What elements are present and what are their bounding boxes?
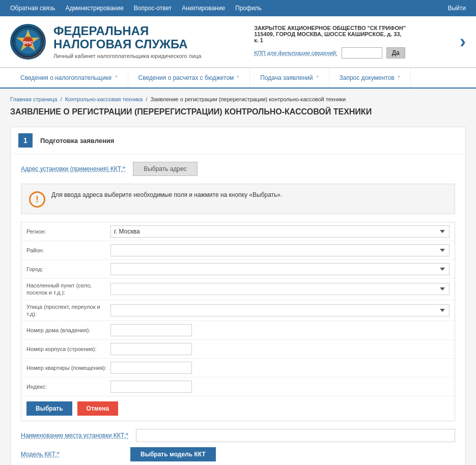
top-nav-links: Обратная связь Администрирование Вопрос-… (10, 5, 262, 12)
address-row: Адрес установки (применения) ККТ:* Выбра… (21, 162, 455, 176)
header-left: ФНС ФЕДЕРАЛЬНАЯНАЛОГОВАЯ СЛУЖБА Личный к… (10, 24, 201, 60)
breadcrumb-home[interactable]: Главная страница (10, 96, 57, 102)
nav-budget-info-label: Сведения о расчетах с бюджетом (138, 74, 234, 81)
step-1-section: 1 Подготовка заявления Адрес установки (… (10, 127, 466, 465)
city-label: Город: (26, 266, 110, 273)
building-field-row: Номер дома (владения): (21, 321, 455, 340)
address-label[interactable]: Адрес установки (применения) ККТ:* (21, 165, 125, 172)
nav-taxpayer-arrow-icon: ˅ (115, 75, 118, 81)
named-place-row: Наименование места установки ККТ:* (21, 429, 455, 442)
index-field-row: Индекс: (21, 377, 455, 396)
street-label: Улица (проспект, переулок и т.д): (26, 303, 110, 318)
nav-submit-applications[interactable]: Подача заявлений ˅ (250, 68, 329, 88)
header-right: ЗАКРЫТОЕ АКЦИОНЕРНОЕ ОБЩЕСТВО "СК ГРИФОН… (254, 25, 407, 59)
corps-label: Номер корпуса (строения): (26, 345, 110, 353)
org-name: ЗАКРЫТОЕ АКЦИОНЕРНОЕ ОБЩЕСТВО "СК ГРИФОН… (254, 25, 407, 43)
nav-survey[interactable]: Анкетирование (182, 5, 225, 12)
apartment-input[interactable] (110, 362, 192, 374)
cancel-button[interactable]: Отмена (77, 401, 119, 416)
select-button[interactable]: Выбрать (26, 401, 72, 416)
apartment-field-row: Номер квартиры (помещения): (21, 359, 455, 377)
corps-field-row: Номер корпуса (строения): (21, 340, 455, 359)
nav-administration[interactable]: Администрирование (65, 5, 123, 12)
step-header: 1 Подготовка заявления (11, 127, 465, 154)
header: ФНС ФЕДЕРАЛЬНАЯНАЛОГОВАЯ СЛУЖБА Личный к… (0, 16, 476, 68)
model-row: Модель ККТ:* Выбрать модель ККТ (21, 447, 455, 461)
header-title: ФЕДЕРАЛЬНАЯНАЛОГОВАЯ СЛУЖБА Личный кабин… (53, 24, 201, 60)
named-place-input[interactable] (136, 429, 455, 442)
street-select[interactable] (110, 304, 450, 316)
logo: ФНС (10, 24, 46, 60)
header-subtitle: Личный кабинет налогоплательщика юридиче… (53, 53, 201, 59)
region-field-row: Регион: г. Москва (21, 222, 455, 241)
info-text: Для ввода адреса выберите необходимые по… (51, 190, 282, 199)
nav-budget-info[interactable]: Сведения о расчетах с бюджетом ˅ (128, 68, 250, 88)
index-input[interactable] (110, 381, 192, 393)
nav-request-documents[interactable]: Запрос документов ˅ (329, 68, 411, 88)
nav-request-arrow-icon: ˅ (398, 75, 400, 81)
street-field-row: Улица (проспект, переулок и т.д): (21, 300, 455, 322)
kpp-input[interactable] (342, 47, 382, 59)
main-content: Главная страница / Контрольно-кассовая т… (0, 89, 476, 465)
form-area: Адрес установки (применения) ККТ:* Выбра… (11, 154, 465, 465)
info-box: ! Для ввода адреса выберите необходимые … (21, 184, 455, 214)
org-title: ФЕДЕРАЛЬНАЯНАЛОГОВАЯ СЛУЖБА (53, 24, 201, 51)
city-select[interactable] (110, 263, 450, 275)
nav-profile[interactable]: Профиль (235, 5, 262, 12)
settlement-label: Населенный пункт (село, поселок и т.д.): (26, 282, 110, 297)
step-number: 1 (18, 133, 33, 148)
nav-feedback[interactable]: Обратная связь (10, 5, 55, 12)
kpp-label[interactable]: КПП для фильтрации сведений: (254, 50, 338, 56)
secondary-navigation: Сведения о налогоплательщике ˅ Сведения … (0, 68, 476, 89)
breadcrumb-current: Заявление о регистрации (перерегистрации… (151, 96, 346, 102)
apartment-label: Номер квартиры (помещения): (26, 364, 110, 371)
address-fields: Регион: г. Москва Район: Город: (21, 222, 455, 421)
page-title: ЗАЯВЛЕНИЕ О РЕГИСТРАЦИИ (ПЕРЕРЕГИСТРАЦИИ… (10, 107, 466, 117)
breadcrumb-kkt[interactable]: Контрольно-кассовая техника (65, 96, 143, 102)
kpp-submit-button[interactable]: Да (386, 47, 405, 59)
district-select[interactable] (110, 244, 450, 256)
corps-input[interactable] (110, 343, 192, 355)
nav-taxpayer-info-label: Сведения о налогоплательщике (20, 74, 112, 81)
address-buttons-row: Выбрать Отмена (21, 396, 455, 421)
city-field-row: Город: (21, 260, 455, 279)
nav-taxpayer-info[interactable]: Сведения о налогоплательщике ˅ (10, 68, 128, 88)
select-address-button[interactable]: Выбрать адрес (133, 162, 198, 176)
district-label: Район: (26, 247, 110, 254)
building-label: Номер дома (владения): (26, 327, 110, 334)
warning-icon: ! (29, 191, 45, 208)
select-model-button[interactable]: Выбрать модель ККТ (130, 447, 216, 461)
top-navigation: Обратная связь Администрирование Вопрос-… (0, 0, 476, 16)
building-input[interactable] (110, 324, 192, 336)
region-label: Регион: (26, 228, 110, 235)
breadcrumb: Главная страница / Контрольно-кассовая т… (10, 96, 466, 102)
region-select[interactable]: г. Москва (110, 225, 450, 238)
nav-qa[interactable]: Вопрос-ответ (134, 5, 172, 12)
nav-request-label: Запрос документов (340, 74, 395, 81)
district-field-row: Район: (21, 241, 455, 260)
kpp-row: КПП для фильтрации сведений: Да (254, 47, 407, 59)
nav-budget-arrow-icon: ˅ (237, 75, 239, 81)
nav-submit-arrow-icon: ˅ (316, 75, 319, 81)
nav-submit-label: Подача заявлений (260, 74, 313, 81)
svg-text:ФНС: ФНС (23, 40, 34, 45)
index-label: Индекс: (26, 383, 110, 390)
settlement-select[interactable] (110, 283, 450, 295)
settlement-field-row: Населенный пункт (село, поселок и т.д.): (21, 279, 455, 300)
model-label[interactable]: Модель ККТ:* (21, 451, 123, 458)
next-arrow-icon[interactable]: › (460, 31, 466, 52)
named-place-label[interactable]: Наименование места установки ККТ:* (21, 432, 128, 439)
step-title: Подготовка заявления (40, 137, 114, 144)
logout-button[interactable]: Выйти (447, 5, 466, 12)
